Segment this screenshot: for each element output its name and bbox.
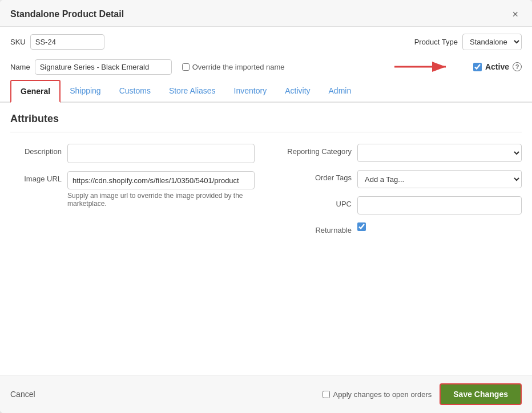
active-row: Active ? xyxy=(473,62,522,71)
override-label-text: Override the imported name xyxy=(192,63,285,71)
description-input[interactable] xyxy=(67,144,255,163)
description-label: Description xyxy=(10,144,62,156)
cancel-button[interactable]: Cancel xyxy=(10,386,35,402)
override-checkbox-label[interactable]: Override the imported name xyxy=(182,63,285,71)
footer-right: Apply changes to open orders Save Change… xyxy=(323,383,522,405)
active-checkbox[interactable] xyxy=(473,63,482,71)
reporting-category-select[interactable] xyxy=(357,144,522,162)
order-tags-field-row: Order Tags Add a Tag... xyxy=(277,170,522,188)
upc-label: UPC xyxy=(277,196,352,208)
tab-activity[interactable]: Activity xyxy=(276,80,319,103)
image-url-field-row: Image URL xyxy=(10,171,255,189)
returnable-row xyxy=(357,222,366,231)
tab-shipping[interactable]: Shipping xyxy=(61,80,110,103)
tab-inventory[interactable]: Inventory xyxy=(225,80,276,103)
reporting-category-label: Reporting Category xyxy=(277,144,352,156)
name-field-row: Name xyxy=(10,59,172,75)
apply-changes-label[interactable]: Apply changes to open orders xyxy=(323,390,432,399)
attributes-section-title: Attributes xyxy=(10,113,522,125)
sku-label: SKU xyxy=(10,38,26,46)
returnable-label: Returnable xyxy=(277,222,352,234)
tab-general[interactable]: General xyxy=(10,80,61,103)
tab-admin[interactable]: Admin xyxy=(320,80,361,103)
description-field-row: Description xyxy=(10,144,255,163)
reporting-category-field-row: Reporting Category xyxy=(277,144,522,162)
attributes-left-col: Description Image URL Supply an image ur… xyxy=(10,144,255,234)
returnable-field-row: Returnable xyxy=(277,222,522,234)
apply-changes-checkbox[interactable] xyxy=(323,391,330,398)
arrow-annotation xyxy=(394,58,463,75)
image-url-hint: Supply an image url to override the imag… xyxy=(67,192,255,208)
name-input[interactable] xyxy=(35,59,172,75)
top-fields-row1: SKU Product Type Standalone Bundle Virtu… xyxy=(0,27,532,56)
sku-input[interactable] xyxy=(30,34,104,50)
active-label: Active xyxy=(485,62,509,71)
apply-changes-text: Apply changes to open orders xyxy=(333,390,432,399)
image-url-section: Image URL Supply an image url to overrid… xyxy=(10,171,255,208)
modal-footer: Cancel Apply changes to open orders Save… xyxy=(0,375,532,413)
tabs-bar: General Shipping Customs Store Aliases I… xyxy=(0,80,532,103)
attributes-right-col: Reporting Category Order Tags Add a Tag.… xyxy=(277,144,522,234)
override-checkbox[interactable] xyxy=(182,63,190,71)
sku-field-row: SKU xyxy=(10,34,104,50)
image-url-label: Image URL xyxy=(10,171,62,183)
top-fields-row2: Name Override the imported name Active ? xyxy=(0,56,532,80)
attributes-columns: Description Image URL Supply an image ur… xyxy=(10,144,522,234)
order-tags-select[interactable]: Add a Tag... xyxy=(357,170,522,188)
tab-content-general: Attributes Description Image URL Supply … xyxy=(0,103,532,375)
modal-header: Standalone Product Detail × xyxy=(0,0,532,27)
modal-container: Standalone Product Detail × SKU Product … xyxy=(0,0,532,413)
image-url-input[interactable] xyxy=(67,171,255,189)
upc-field-row: UPC xyxy=(277,196,522,214)
order-tags-label: Order Tags xyxy=(277,170,352,182)
returnable-checkbox[interactable] xyxy=(357,222,366,231)
modal-title: Standalone Product Detail xyxy=(10,9,124,19)
tab-store-aliases[interactable]: Store Aliases xyxy=(160,80,225,103)
product-type-label: Product Type xyxy=(414,38,458,46)
product-type-select[interactable]: Standalone Bundle Virtual xyxy=(462,34,522,50)
save-changes-button[interactable]: Save Changes xyxy=(440,383,522,405)
upc-input[interactable] xyxy=(357,196,522,214)
section-divider xyxy=(10,132,522,132)
name-label: Name xyxy=(10,63,30,71)
help-icon[interactable]: ? xyxy=(513,62,522,71)
close-button[interactable]: × xyxy=(509,8,522,21)
tab-customs[interactable]: Customs xyxy=(110,80,160,103)
product-type-row: Product Type Standalone Bundle Virtual xyxy=(414,34,522,50)
